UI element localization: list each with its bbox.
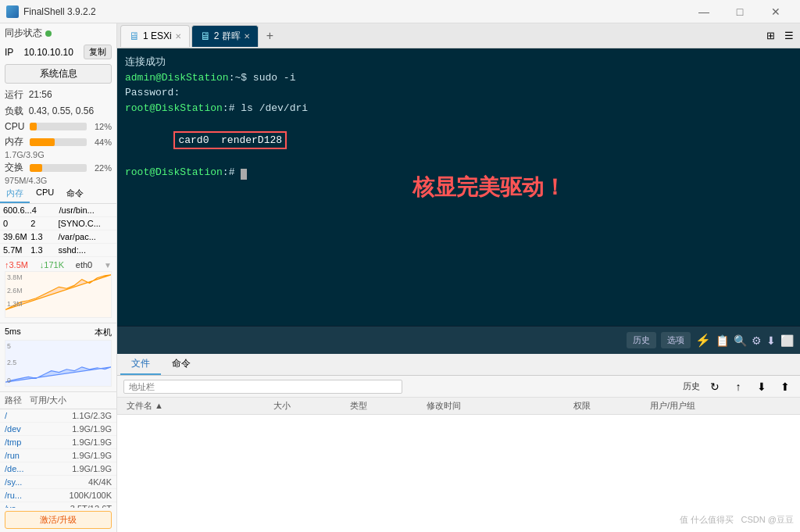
history-label: 历史 — [683, 380, 700, 392]
net-header: ↑3.5M ↓171K eth0 ▼ — [5, 260, 112, 270]
gear-icon[interactable]: ⚙ — [752, 334, 762, 347]
cpu-pct: 12% — [90, 122, 112, 131]
term-cursor — [241, 169, 247, 180]
path-row[interactable]: /run1.9G/1.9G — [0, 449, 116, 462]
cpu-label: CPU — [5, 121, 27, 132]
load-label: 负载 — [5, 105, 23, 116]
cpu-bar-row: CPU 12% — [0, 120, 116, 134]
app-title: FinalShell 3.9.2.2 — [23, 6, 96, 17]
close-button[interactable]: ✕ — [758, 0, 794, 23]
tab-synology-icon: 🖥 — [200, 30, 211, 42]
term-line-password: Password: — [125, 85, 792, 101]
mem-label: 内存 — [5, 135, 27, 148]
mem-detail: 1.7G/3.9G — [0, 150, 116, 159]
filemgr-tabs: 文件 命令 — [117, 354, 800, 376]
ping-value: 5ms — [5, 327, 21, 338]
proc-cpu: 4 — [32, 205, 59, 215]
sysinfo-button[interactable]: 系统信息 — [5, 64, 112, 84]
upload-file-icon[interactable]: ⬆ — [777, 378, 794, 395]
proc-mem: 600.6... — [3, 205, 32, 215]
path-row[interactable]: /sy...4K/4K — [0, 476, 116, 489]
fm-toolbar: 历史 ↻ ↑ ⬇ ⬆ — [117, 376, 800, 398]
history-button[interactable]: 历史 — [627, 332, 656, 348]
download-icon[interactable]: ⬇ — [766, 334, 776, 347]
search-icon[interactable]: 🔍 — [734, 334, 747, 347]
ping-section: 5ms 本机 5 2.5 0 — [0, 323, 116, 392]
maximize-button[interactable]: □ — [722, 0, 758, 23]
proc-cpu: 2 — [30, 219, 58, 228]
copy-ip-button[interactable]: 复制 — [84, 45, 112, 59]
swap-pct: 22% — [90, 163, 112, 173]
path-row[interactable]: /de...1.9G/1.9G — [0, 462, 116, 476]
ping-chart: 5 2.5 0 — [5, 340, 112, 387]
proc-cmd: sshd:... — [59, 245, 114, 255]
cpu-bar-fill — [30, 123, 37, 130]
address-bar[interactable] — [123, 380, 402, 394]
proc-row[interactable]: 39.6M 1.3 /var/pac... — [0, 230, 116, 244]
swap-bar-row: 交换 22% — [0, 159, 116, 176]
ip-row: IP 10.10.10.10 复制 — [0, 43, 116, 61]
tab-esxi[interactable]: 🖥 1 ESXi ✕ — [120, 25, 190, 47]
path-row[interactable]: /ru...100K/100K — [0, 489, 116, 502]
tab-bar: 🖥 1 ESXi ✕ 🖥 2 群晖 ✕ + ⊞ ☰ — [117, 23, 800, 48]
proc-cmd: /usr/bin... — [59, 205, 113, 215]
fm-tab-files[interactable]: 文件 — [120, 354, 161, 375]
upgrade-button[interactable]: 激活/升级 — [5, 511, 112, 529]
swap-bar-bg — [30, 164, 87, 172]
options-button[interactable]: 选项 — [661, 332, 691, 348]
tab-synology-close[interactable]: ✕ — [244, 32, 250, 41]
svg-text:2.5: 2.5 — [7, 359, 16, 366]
minimize-button[interactable]: — — [686, 0, 722, 23]
proc-cmd: [SYNO.C... — [59, 219, 114, 228]
proc-tab-cpu[interactable]: CPU — [30, 185, 60, 203]
net-expand-icon[interactable]: ▼ — [104, 261, 112, 270]
network-section: ↑3.5M ↓171K eth0 ▼ 3.8M 2.6M 1.3M — [0, 257, 116, 323]
mem-bar-row: 内存 44% — [0, 134, 116, 150]
proc-row[interactable]: 600.6... 4 /usr/bin... — [0, 204, 116, 217]
grid-view-button[interactable]: ⊞ — [763, 28, 778, 43]
proc-mem: 5.7M — [3, 245, 30, 255]
up-dir-icon[interactable]: ↑ — [730, 378, 747, 395]
ip-label: IP — [5, 47, 13, 58]
uptime-label: 运行 — [5, 89, 23, 100]
uptime-value: 21:56 — [29, 89, 52, 100]
list-view-button[interactable]: ☰ — [781, 28, 797, 43]
copy-icon[interactable]: 📋 — [716, 334, 729, 347]
uptime-row: 运行 21:56 — [0, 87, 116, 103]
refresh-icon[interactable]: ↻ — [706, 378, 723, 395]
tab-synology[interactable]: 🖥 2 群晖 ✕ — [191, 25, 259, 47]
proc-row[interactable]: 5.7M 1.3 sshd:... — [0, 244, 116, 257]
fm-tab-cmd[interactable]: 命令 — [161, 354, 202, 375]
svg-marker-4 — [5, 367, 111, 382]
net-up: ↑3.5M — [5, 260, 28, 270]
proc-cmd: /var/pac... — [59, 232, 114, 241]
path-row[interactable]: /vo...3.5T/12.6T — [0, 502, 116, 508]
proc-tab-cmd[interactable]: 命令 — [60, 185, 90, 203]
path-row[interactable]: /dev1.9G/1.9G — [0, 423, 116, 436]
net-down: ↓171K — [40, 260, 64, 270]
ping-header: 5ms 本机 — [5, 327, 112, 338]
titlebar-controls: — □ ✕ — [686, 0, 794, 23]
term-line-connected: 连接成功 — [125, 55, 792, 70]
path-row[interactable]: /1.1G/2.3G — [0, 409, 116, 423]
tab-esxi-close[interactable]: ✕ — [175, 32, 181, 41]
svg-text:5: 5 — [7, 342, 11, 350]
proc-row[interactable]: 0 2 [SYNO.C... — [0, 217, 116, 230]
fm-col-header: 文件名 ▲ 大小 类型 修改时间 权限 用户/用户组 — [117, 398, 800, 415]
terminal[interactable]: 连接成功 admin@DiskStation:~$ sudo -i Passwo… — [117, 48, 800, 326]
proc-cpu: 1.3 — [30, 245, 58, 255]
tab-esxi-icon: 🖥 — [129, 30, 140, 42]
tab-add-button[interactable]: + — [260, 26, 280, 46]
swap-bar-fill — [30, 164, 42, 172]
lightning-icon[interactable]: ⚡ — [695, 333, 711, 348]
fm-col-name: 文件名 ▲ — [123, 400, 270, 412]
download-file-icon[interactable]: ⬇ — [753, 378, 770, 395]
path-row[interactable]: /tmp1.9G/1.9G — [0, 436, 116, 449]
swap-label: 交换 — [5, 161, 27, 174]
mem-pct: 44% — [90, 137, 112, 147]
load-row: 负载 0.43, 0.55, 0.56 — [0, 103, 116, 120]
proc-tab-mem[interactable]: 内存 — [0, 185, 30, 203]
ping-sublabel: 本机 — [95, 327, 112, 338]
maximize-icon[interactable]: ⬜ — [780, 334, 794, 347]
load-value: 0.43, 0.55, 0.56 — [29, 105, 94, 116]
